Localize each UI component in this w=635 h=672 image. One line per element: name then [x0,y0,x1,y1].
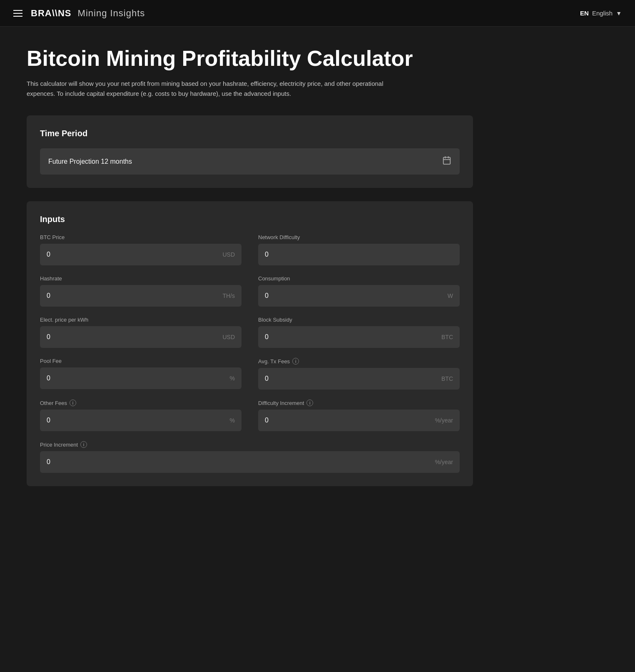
elect-price-label: Elect. price per kWh [40,317,242,323]
avg-tx-fees-input[interactable] [265,375,438,382]
page-title: Bitcoin Mining Profitability Calculator [27,47,473,70]
inputs-title: Inputs [40,215,460,224]
navbar-left: BRA\\NS Mining Insights [13,8,145,19]
time-period-title: Time Period [40,129,460,138]
other-fees-group: Other Fees i % [40,400,242,431]
other-fees-info-icon[interactable]: i [70,400,76,406]
avg-tx-fees-label: Avg. Tx Fees i [258,358,460,365]
navbar: BRA\\NS Mining Insights EN English ▼ [0,0,635,27]
other-fees-label: Other Fees i [40,400,242,406]
pool-fee-group: Pool Fee % [40,358,242,390]
hashrate-unit: TH/s [222,292,235,299]
difficulty-increment-info-icon[interactable]: i [306,400,313,406]
hashrate-wrapper: TH/s [40,285,242,307]
network-difficulty-label: Network Difficulty [258,234,460,240]
price-increment-info-icon[interactable]: i [80,441,87,448]
avg-tx-fees-unit: BTC [441,375,453,382]
avg-tx-fees-info-icon[interactable]: i [292,358,299,365]
other-fees-wrapper: % [40,410,242,431]
inputs-section: Inputs BTC Price USD Network Difficulty … [27,201,473,486]
avg-tx-fees-group: Avg. Tx Fees i BTC [258,358,460,390]
time-period-value: Future Projection 12 months [48,158,132,165]
consumption-unit: W [448,292,453,299]
time-period-section: Time Period Future Projection 12 months [27,115,473,188]
page-description: This calculator will show you your net p… [27,79,401,99]
svg-rect-0 [443,157,451,165]
btc-price-group: BTC Price USD [40,234,242,265]
brand-subtitle: Mining Insights [78,8,145,18]
hashrate-input[interactable] [47,292,219,300]
time-period-selector-button[interactable]: Future Projection 12 months [40,148,460,175]
pool-fee-input[interactable] [47,375,227,382]
price-increment-group: Price Increment i %/year [40,441,460,473]
difficulty-increment-wrapper: %/year [258,410,460,431]
hashrate-label: Hashrate [40,275,242,282]
pool-fee-wrapper: % [40,367,242,389]
inputs-grid: BTC Price USD Network Difficulty Hashrat… [40,234,460,473]
block-subsidy-wrapper: BTC [258,326,460,348]
hamburger-menu-button[interactable] [13,10,22,17]
consumption-input[interactable] [265,292,444,300]
block-subsidy-label: Block Subsidy [258,317,460,323]
logo: BRA\\NS Mining Insights [31,8,145,19]
elect-price-group: Elect. price per kWh USD [40,317,242,348]
language-selector[interactable]: EN English ▼ [580,10,622,17]
network-difficulty-wrapper [258,244,460,265]
hashrate-group: Hashrate TH/s [40,275,242,307]
avg-tx-fees-wrapper: BTC [258,368,460,390]
block-subsidy-input[interactable] [265,333,438,341]
main-content: Bitcoin Mining Profitability Calculator … [0,27,500,520]
pool-fee-label: Pool Fee [40,358,242,364]
elect-price-wrapper: USD [40,326,242,348]
other-fees-unit: % [230,417,235,424]
difficulty-increment-unit: %/year [435,417,453,424]
difficulty-increment-label: Difficulty Increment i [258,400,460,406]
elect-price-unit: USD [222,334,235,340]
consumption-label: Consumption [258,275,460,282]
language-code: EN [580,10,589,17]
btc-price-input[interactable] [47,251,219,258]
price-increment-wrapper: %/year [40,451,460,473]
consumption-group: Consumption W [258,275,460,307]
pool-fee-unit: % [230,375,235,382]
network-difficulty-group: Network Difficulty [258,234,460,265]
language-label: English [592,10,613,17]
btc-price-wrapper: USD [40,244,242,265]
network-difficulty-input[interactable] [265,251,453,258]
price-increment-unit: %/year [435,459,453,465]
brand-name: BRA\\NS [31,8,71,18]
difficulty-increment-input[interactable] [265,417,431,424]
consumption-wrapper: W [258,285,460,307]
btc-price-label: BTC Price [40,234,242,240]
block-subsidy-unit: BTC [441,334,453,340]
btc-price-unit: USD [222,251,235,258]
other-fees-input[interactable] [47,417,227,424]
elect-price-input[interactable] [47,333,219,341]
price-increment-label: Price Increment i [40,441,460,448]
calendar-icon [442,156,451,167]
chevron-down-icon: ▼ [616,10,622,17]
price-increment-input[interactable] [47,458,431,466]
difficulty-increment-group: Difficulty Increment i %/year [258,400,460,431]
block-subsidy-group: Block Subsidy BTC [258,317,460,348]
